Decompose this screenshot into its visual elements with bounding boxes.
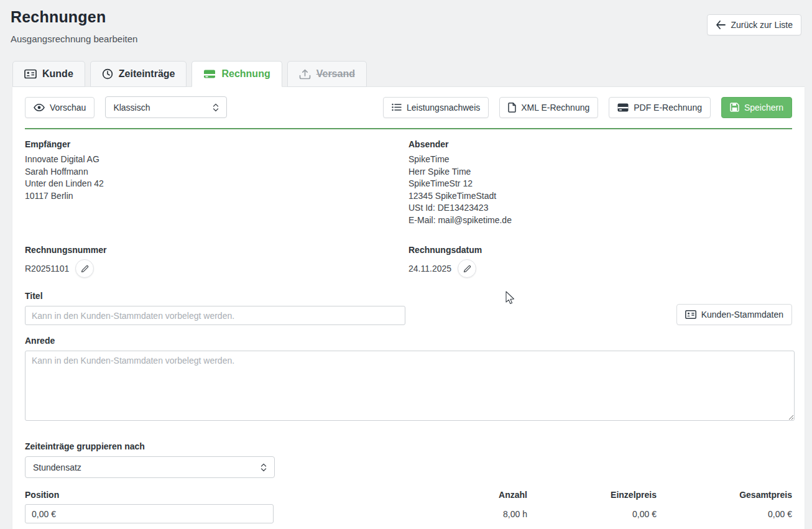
edit-invoice-number-button[interactable] xyxy=(75,259,94,278)
col-header-anzahl: Anzahl xyxy=(403,490,527,500)
recipient-line: Unter den Linden 42 xyxy=(25,178,408,190)
position-name-input[interactable] xyxy=(25,504,274,523)
page: Rechnungen Ausgangsrechnung bearbeiten Z… xyxy=(0,0,812,529)
grouping-select-value: Stundensatz xyxy=(33,462,81,472)
col-header-gesamtpreis: Gesamtpreis xyxy=(657,490,792,500)
tab-rechnung-label: Rechnung xyxy=(221,68,270,80)
grouping-select[interactable]: Stundensatz xyxy=(25,456,275,478)
sender-line: USt Id: DE13423423 xyxy=(408,202,792,214)
titel-field-block: Titel xyxy=(25,291,405,325)
id-card-icon xyxy=(685,310,696,319)
recipient-line: Innovate Digital AG xyxy=(25,154,408,166)
col-header-position: Position xyxy=(25,490,403,500)
invoice-number-label: Rechnungsnummer xyxy=(25,245,408,255)
table-row: 8,00 h 0,00 € 0,00 € xyxy=(25,504,792,523)
tab-zeiteintraege-label: Zeiteinträge xyxy=(119,68,175,80)
invoice-number-block: Rechnungsnummer R20251101 xyxy=(25,245,408,278)
pencil-icon xyxy=(81,265,89,273)
page-subtitle: Ausgangsrechnung bearbeiten xyxy=(11,34,137,44)
invoice-meta-section: Rechnungsnummer R20251101 Rechnungsdatum… xyxy=(25,245,792,278)
edit-invoice-date-button[interactable] xyxy=(458,259,476,278)
invoice-number-value: R20251101 xyxy=(25,264,69,274)
template-select[interactable]: Klassisch xyxy=(105,96,227,118)
tab-zeiteintraege[interactable]: Zeiteinträge xyxy=(90,61,187,87)
titel-label: Titel xyxy=(25,291,405,301)
toolbar-right-group: Leistungsnachweis XML E-Rechnung PDF E-R… xyxy=(383,97,792,118)
einzelpreis-value: 0,00 € xyxy=(527,509,657,519)
sender-label: Absender xyxy=(408,139,792,149)
send-tray-icon xyxy=(299,69,311,80)
col-header-einzelpreis: Einzelpreis xyxy=(527,490,657,500)
anzahl-value: 8,00 h xyxy=(403,509,527,519)
anrede-label: Anrede xyxy=(25,336,792,346)
chevron-updown-icon xyxy=(213,103,219,112)
file-icon xyxy=(508,103,516,113)
sender-line: 12345 SpikeTimeStadt xyxy=(408,190,792,203)
pdf-erechnung-label: PDF E-Rechnung xyxy=(634,103,702,113)
save-icon xyxy=(730,103,739,112)
header-titles: Rechnungen Ausgangsrechnung bearbeiten xyxy=(11,8,137,44)
page-title: Rechnungen xyxy=(11,8,137,26)
sender-line: Herr Spike Time xyxy=(408,166,792,178)
kunden-stammdaten-label: Kunden-Stammdaten xyxy=(701,310,783,320)
gesamtpreis-value: 0,00 € xyxy=(657,509,792,519)
leistungsnachweis-button[interactable]: Leistungsnachweis xyxy=(383,97,489,118)
invoice-date-label: Rechnungsdatum xyxy=(408,245,792,255)
invoice-panel: Vorschau Klassisch Leistungsnachweis xyxy=(12,86,805,529)
tab-rechnung[interactable]: Rechnung xyxy=(191,61,282,87)
back-to-list-label: Zurück zur Liste xyxy=(731,20,793,30)
invoice-date-block: Rechnungsdatum 24.11.2025 xyxy=(408,245,792,278)
tab-versand-label: Versand xyxy=(316,68,355,80)
pencil-icon xyxy=(463,265,471,273)
positions-table: Position Anzahl Einzelpreis Gesamtpreis … xyxy=(25,490,792,529)
kunden-stammdaten-button[interactable]: Kunden-Stammdaten xyxy=(676,304,792,325)
tab-bar: Kunde Zeiteinträge Rechnung Versand xyxy=(0,61,812,87)
titel-input[interactable] xyxy=(25,306,405,325)
recipient-line: Sarah Hoffmann xyxy=(25,166,408,178)
xml-erechnung-label: XML E-Rechnung xyxy=(521,103,589,113)
chevron-updown-icon xyxy=(261,463,267,472)
back-to-list-button[interactable]: Zurück zur Liste xyxy=(707,14,801,35)
grouping-section: Zeiteinträge gruppieren nach Stundensatz xyxy=(25,441,792,478)
vorschau-label: Vorschau xyxy=(50,103,86,113)
page-header: Rechnungen Ausgangsrechnung bearbeiten Z… xyxy=(0,0,812,44)
leistungsnachweis-label: Leistungsnachweis xyxy=(407,103,480,113)
recipient-label: Empfänger xyxy=(25,139,408,149)
pdf-erechnung-button[interactable]: PDF E-Rechnung xyxy=(609,97,711,118)
template-select-value: Klassisch xyxy=(113,103,150,113)
recipient-line: 10117 Berlin xyxy=(25,190,408,203)
green-divider xyxy=(25,128,792,129)
speichern-label: Speichern xyxy=(744,103,783,113)
anrede-section: Anrede xyxy=(25,336,792,421)
tab-kunde[interactable]: Kunde xyxy=(12,61,85,87)
arrow-left-icon xyxy=(716,21,726,29)
sender-block: Absender SpikeTime Herr Spike Time Spike… xyxy=(408,139,792,226)
titel-section: Titel Kunden-Stammdaten xyxy=(25,291,792,325)
sender-line: SpikeTime xyxy=(408,154,792,166)
clock-icon xyxy=(102,68,113,80)
anrede-textarea[interactable] xyxy=(25,351,795,421)
speichern-button[interactable]: Speichern xyxy=(721,97,792,118)
vorschau-button[interactable]: Vorschau xyxy=(25,97,95,118)
eye-icon xyxy=(34,104,45,111)
invoice-toolbar: Vorschau Klassisch Leistungsnachweis xyxy=(25,96,792,128)
tab-versand: Versand xyxy=(287,61,367,87)
invoice-date-value: 24.11.2025 xyxy=(408,264,451,274)
credit-card-icon xyxy=(203,69,216,79)
card-icon xyxy=(617,103,629,112)
sender-line: SpikeTimeStr 12 xyxy=(408,178,792,190)
grouping-label: Zeiteinträge gruppieren nach xyxy=(25,441,792,451)
id-card-icon xyxy=(24,69,37,79)
recipient-block: Empfänger Innovate Digital AG Sarah Hoff… xyxy=(25,139,408,226)
list-icon xyxy=(392,103,402,111)
tab-kunde-label: Kunde xyxy=(42,68,73,80)
sender-line: E-Mail: mail@spiketime.de xyxy=(408,214,792,227)
address-section: Empfänger Innovate Digital AG Sarah Hoff… xyxy=(25,139,792,226)
xml-erechnung-button[interactable]: XML E-Rechnung xyxy=(499,97,598,118)
positions-header-row: Position Anzahl Einzelpreis Gesamtpreis xyxy=(25,490,792,500)
